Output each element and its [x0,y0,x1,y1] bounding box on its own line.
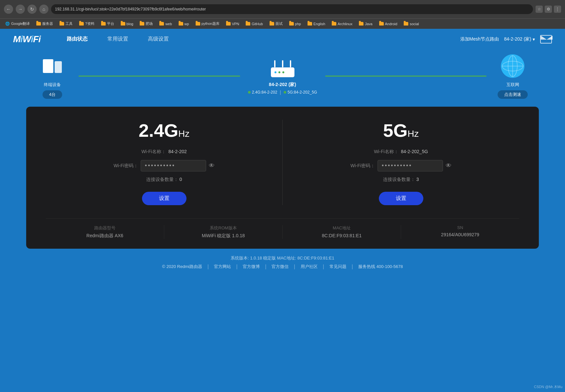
folder-icon [140,22,144,26]
wifi-5-name-row: Wi-Fi名称： 84-2-202_5G [296,149,506,155]
folder-icon [270,22,274,26]
status-row: 终端设备 4台 [0,50,565,102]
bookmark-blog[interactable]: blog [118,21,136,27]
svg-rect-2 [290,60,291,67]
app-logo: MiWiFi [13,34,41,45]
wifi-5-show-password-icon[interactable]: 👁 [446,162,451,169]
folder-icon [246,22,250,26]
footer-link-website[interactable]: 官方网站 [209,264,236,270]
tablet-icon [43,59,53,73]
right-connection-line [325,76,487,77]
wifi-24-dot [248,91,251,94]
terminal-icon-wrap [39,53,65,79]
rom-info: 系统ROM版本 MiWiFi 稳定版 1.0.18 [164,225,283,239]
bookmark-tools[interactable]: 工具 [57,21,75,27]
wifi-5-dot [284,91,286,94]
bookmarks-bar: 🌐 Google翻译 服务器 工具 ?资料 平台 blog 肥场 web wp … [0,18,565,29]
wifi-24-show-password-icon[interactable]: 👁 [209,162,215,169]
extensions-icon[interactable]: ⚙ [545,6,552,13]
svg-rect-1 [282,60,283,67]
wifi-5-frequency: 5GHz [383,120,419,141]
dark-panel: 2.4GHz Wi-Fi名称： 84-2-202 Wi-Fi密码： 👁 连接设备… [26,107,539,249]
watermark: CSDN @Mr.木Mu [534,384,562,389]
model-info: 路由器型号 Redmi路由器 AX6 [46,225,164,239]
wifi-24-settings-button[interactable]: 设置 [142,192,186,205]
wifi-24-frequency: 2.4GHz [139,120,190,141]
device-name-display[interactable]: 84-2-202 (家) ▾ [504,36,535,42]
folder-icon [36,22,41,26]
wifi-badges: 2.4G:84-2-202 | 5G:84-2-202_5G [248,90,317,95]
bookmark-java[interactable]: Java [356,21,375,27]
wifi-5-column: 5GHz Wi-Fi名称： 84-2-202_5G Wi-Fi密码： 👁 连接设… [283,120,519,205]
footer-link-community[interactable]: 用户社区 [295,264,323,270]
wifi-24-password-row: Wi-Fi密码： 👁 [59,160,269,171]
folder-icon [289,22,294,26]
tab-router-status[interactable]: 路由状态 [67,34,88,45]
bookmark-web[interactable]: web [157,21,174,27]
chevron-down-icon: ▾ [533,37,535,42]
bookmark-google-translate[interactable]: 🌐 Google翻译 [3,21,32,27]
bookmark-android[interactable]: Android [377,21,400,27]
back-button[interactable]: ← [4,5,13,14]
bookmark-social[interactable]: social [401,21,421,27]
bookmark-data[interactable]: ?资料 [77,21,97,27]
bookmark-python[interactable]: python题库 [193,21,222,27]
footer-info: 路由器型号 Redmi路由器 AX6 系统ROM版本 MiWiFi 稳定版 1.… [46,218,519,239]
bookmark-vpn[interactable]: VPN [223,21,242,27]
forward-button[interactable]: → [16,5,25,14]
wifi-5-devices-row: 连接设备数量： 3 [383,177,419,183]
bookmark-wp[interactable]: wp [176,21,192,27]
panel-arrow [278,102,287,107]
footer-link-weibo[interactable]: 官方微博 [238,264,265,270]
wifi-5-settings-button[interactable]: 设置 [379,192,423,205]
wifi-5-password-input[interactable] [378,160,443,171]
folder-icon [379,22,384,26]
tab-advanced-settings[interactable]: 高级设置 [148,34,169,45]
home-button[interactable]: ⌂ [39,5,48,14]
wifi-24-badge: 2.4G:84-2-202 [248,90,277,95]
bookmark-english[interactable]: English [305,21,328,27]
bookmark-farm[interactable]: 肥场 [137,21,155,27]
browser-chrome: ← → ↻ ⌂ ☆ ⚙ ⋮ [0,0,565,18]
bookmark-php[interactable]: php [287,21,304,27]
folder-icon [121,22,125,26]
bookmark-interview[interactable]: 面试 [267,21,285,27]
speed-test-badge[interactable]: 点击测速 [498,90,528,99]
nav-tabs: 路由状态 常用设置 高级设置 [67,34,460,45]
bookmark-platform[interactable]: 平台 [98,21,117,27]
terminal-label: 终端设备 [44,82,61,88]
url-bar[interactable] [51,4,533,14]
folder-icon [332,22,336,26]
wifi-5-badge: 5G:84-2-202_5G [284,90,317,95]
sn-info: SN 29164/A0U699279 [401,225,519,239]
footer-link-hotline[interactable]: 服务热线 400-100-5678 [353,264,408,270]
translate-icon: 🌐 [5,22,10,26]
svg-point-5 [278,71,280,73]
tab-common-settings[interactable]: 常用设置 [107,34,128,45]
folder-icon [359,22,363,26]
mesh-button[interactable]: 添加Mesh节点路由 [460,36,499,42]
bookmark-github[interactable]: GitHub [243,21,265,27]
svg-point-6 [282,71,284,73]
bottom-bar: 系统版本: 1.0.18 稳定版 MAC地址: 8C:DE:F9:03:81:E… [0,249,565,273]
wifi-24-name-row: Wi-Fi名称： 84-2-202 [59,149,269,155]
browser-actions: ☆ ⚙ ⋮ [536,6,561,13]
app-container: MiWiFi 路由状态 常用设置 高级设置 添加Mesh节点路由 84-2-20… [0,29,565,392]
footer-link-faq[interactable]: 常见问题 [324,264,352,270]
mail-icon[interactable] [540,35,552,44]
reload-button[interactable]: ↻ [27,5,37,14]
bookmark-servers[interactable]: 服务器 [34,21,56,27]
folder-icon [196,22,200,26]
bookmark-star-icon[interactable]: ☆ [536,6,543,13]
device-icon [43,59,62,73]
bookmark-archlinux[interactable]: Archlinux [329,21,355,27]
wifi-24-password-input[interactable] [141,160,206,171]
footer-link-wechat[interactable]: 官方微信 [266,264,294,270]
wifi-24-devices-row: 连接设备数量： 0 [146,177,182,183]
connection-line-left [79,76,240,77]
internet-status: 互联网 点击测速 [486,53,539,99]
menu-icon[interactable]: ⋮ [554,6,561,13]
folder-icon [60,22,64,26]
wifi-separator: | [280,90,281,95]
globe-icon [501,54,524,78]
